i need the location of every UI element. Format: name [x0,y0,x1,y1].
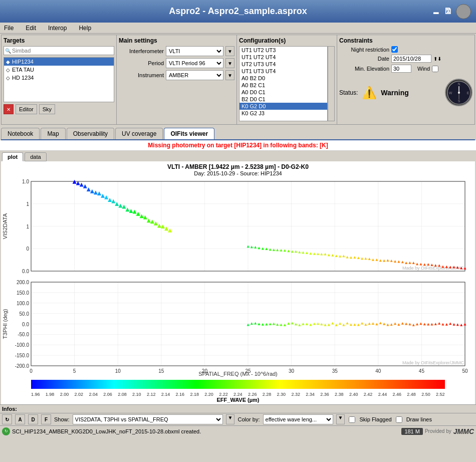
skip-flagged-checkbox[interactable] [349,416,355,423]
svg-text:S: S [457,99,460,103]
minimize-icon[interactable]: 🗕 [432,7,440,16]
infos-label: Infos: [2,406,17,412]
target-item-hd1234[interactable]: ◇ HD 1234 [4,74,114,82]
night-restriction-checkbox[interactable] [391,46,398,53]
controls-bar: ↻ A D F Show: VIS2DATA, T3PHI vs SPATIAL… [0,413,476,425]
config-item-1[interactable]: UT1 UT2 UT4 [240,54,327,61]
tab-map[interactable]: Map [41,128,65,139]
sky-button[interactable]: Sky [39,104,55,114]
status-bar: ↻ SCI_HIP1234_AMBER_K0G2D0_LowJHK_noFT_2… [0,425,476,436]
config-item-7[interactable]: B2 D0 C1 [240,96,327,103]
draw-lines-checkbox[interactable] [396,416,402,423]
svg-text:W: W [448,91,452,95]
min-elevation-row: Min. Elevation Wind [339,65,472,73]
tab-observability[interactable]: Observability [67,128,114,139]
status-refresh-icon[interactable]: ↻ [2,427,10,435]
plot-tabs-bar: plot data [0,151,476,161]
infos-bar: Infos: [0,404,476,413]
config-panel: Configuration(s) UT1 UT2 UT3 UT1 UT2 UT4… [237,35,337,124]
config-item-9[interactable]: K0 G2 J3 [240,110,327,117]
min-elevation-input[interactable] [391,65,411,73]
svg-text:N: N [457,82,460,86]
config-item-0[interactable]: UT1 UT2 UT3 [240,47,327,54]
date-spinner-icon[interactable]: ⬆⬇ [433,56,441,62]
config-item-2[interactable]: UT2 UT3 UT4 [240,61,327,68]
target-label: HD 1234 [12,75,34,81]
config-item-3[interactable]: UT1 UT3 UT4 [240,68,327,75]
plot-tab-data[interactable]: data [25,152,46,161]
status-area: Status: ⚠️ Warning N S W E [339,79,472,106]
delete-target-button[interactable]: ✕ [4,104,14,114]
config-item-6[interactable]: A0 D0 C1 [240,89,327,96]
config-item-8[interactable]: K0 G2 D0 [240,103,327,110]
tab-uv-coverage[interactable]: UV coverage [115,128,163,139]
targets-title: Targets [4,37,114,44]
targets-panel: Targets 🔍 ◆ HIP1234 ◇ ETA TAU ◇ HD 1234 … [2,35,117,124]
refresh-button[interactable]: ↻ [2,414,12,424]
target-label: HIP1234 [12,59,34,65]
maximize-icon[interactable]: 🖺 [444,7,452,16]
period-select[interactable]: VLTI Period 96 [166,58,223,68]
period-label: Period [119,60,164,66]
menu-help[interactable]: Help [77,24,93,33]
interferometer-select[interactable]: VLTI [166,46,223,56]
wind-label: Wind [417,66,430,72]
status-message: SCI_HIP1234_AMBER_K0G2D0_LowJHK_noFT_201… [12,428,399,434]
target-buttons: ✕ Editor Sky [4,104,114,114]
target-item-eta-tau[interactable]: ◇ ETA TAU [4,66,114,74]
search-input[interactable] [12,48,113,54]
target-diamond-icon: ◆ [6,59,10,65]
show-select[interactable]: VIS2DATA, T3PHI vs SPATIAL_FREQ [73,414,223,424]
config-item-4[interactable]: A0 B2 D0 [240,75,327,82]
color-by-dropdown-button[interactable]: ▼ [336,414,345,424]
period-dropdown-arrow[interactable]: ▼ [225,58,234,68]
top-section: Targets 🔍 ◆ HIP1234 ◇ ETA TAU ◇ HD 1234 … [1,35,475,125]
skip-flagged-label: Skip Flagged [359,416,391,422]
instrument-dropdown-arrow[interactable]: ▼ [225,70,234,80]
ctrl-d-button[interactable]: D [28,414,38,424]
settings-panel: Main settings Interferometer VLTI ▼ Peri… [117,35,237,124]
memory-badge: 181 M [401,428,423,435]
date-label: Date [339,56,389,62]
warning-triangle-icon: ⚠️ [362,86,377,100]
config-item-5[interactable]: A0 B2 C1 [240,82,327,89]
instrument-select[interactable]: AMBER [166,70,223,80]
target-diamond-icon: ◇ [6,67,10,73]
menu-edit[interactable]: Edit [24,24,38,33]
config-scrollbar[interactable] [328,46,335,121]
search-box[interactable]: 🔍 [4,46,114,55]
night-restriction-row: Night restriction [339,46,472,53]
target-item-hip1234[interactable]: ◆ HIP1234 [4,58,114,66]
tabs-bar: Notebook Map Observability UV coverage O… [1,126,475,140]
plot-tab-plot[interactable]: plot [2,152,23,161]
svg-text:E: E [466,91,469,95]
ctrl-f-button[interactable]: F [41,414,51,424]
ctrl-a-button[interactable]: A [15,414,25,424]
wind-checkbox[interactable] [432,66,438,72]
menu-file[interactable]: File [2,24,16,33]
svg-point-7 [458,92,460,94]
config-title: Configuration(s) [239,37,335,44]
instrument-label: Instrument [119,72,164,78]
editor-button[interactable]: Editor [16,104,37,114]
menu-interop[interactable]: Interop [46,24,69,33]
chart-container: VLTI - AMBER [1.9422 µm - 2.5238 µm] - D… [1,161,475,377]
show-dropdown-button[interactable]: ▼ [226,414,235,424]
plot-canvas[interactable] [1,177,475,377]
tab-oifits-viewer[interactable]: OIFits viewer [164,128,214,139]
color-bar-container [1,377,475,392]
search-icon: 🔍 [5,48,11,54]
constraints-title: Constraints [339,37,472,44]
app-title: Aspro2 - Aspro2_sample.asprox [169,6,307,17]
tab-notebook[interactable]: Notebook [1,128,40,139]
eff-wave-label: EFF_WAVE (µm) [1,397,475,404]
color-by-select[interactable]: effective wave leng... [263,414,333,424]
config-outer: UT1 UT2 UT3 UT1 UT2 UT4 UT2 UT3 UT4 UT1 … [239,46,335,121]
status-label: Status: [339,89,358,96]
target-label: ETA TAU [12,67,34,73]
constraints-panel: Constraints Night restriction Date ⬆⬇ Mi… [337,35,474,124]
date-input[interactable] [391,55,431,63]
compass: N S W E [445,79,472,106]
interferometer-dropdown-arrow[interactable]: ▼ [225,46,234,56]
config-list: UT1 UT2 UT3 UT1 UT2 UT4 UT2 UT3 UT4 UT1 … [239,46,328,121]
